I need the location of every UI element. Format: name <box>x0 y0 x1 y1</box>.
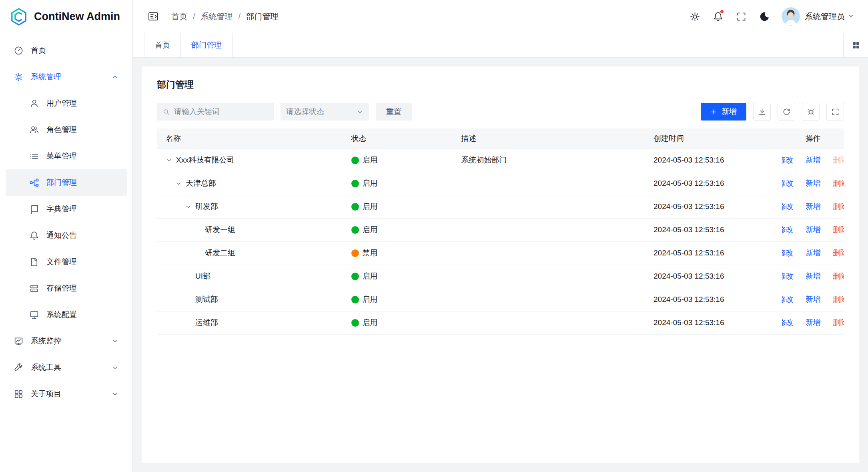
add-link[interactable]: 新增 <box>806 225 821 235</box>
edit-link[interactable]: 修改 <box>782 271 793 281</box>
sidebar-item-storage[interactable]: 存储管理 <box>6 275 127 301</box>
monitor-icon <box>14 336 24 346</box>
department-card: 部门管理 请选择状态 重置 新增 <box>142 66 859 463</box>
dept-tree-icon <box>29 178 39 188</box>
status-label: 启用 <box>363 225 378 235</box>
sidebar-item-label: 文件管理 <box>46 257 77 267</box>
reset-button[interactable]: 重置 <box>376 103 412 121</box>
app-logo[interactable]: ContiNew Admin <box>0 0 132 33</box>
dark-mode-moon-icon[interactable] <box>754 7 774 26</box>
sidebar-item-label: 通知公告 <box>46 230 77 241</box>
sidebar-item-dictionaries[interactable]: 字典管理 <box>6 196 127 222</box>
keyword-search[interactable] <box>157 103 274 121</box>
edit-link[interactable]: 修改 <box>782 155 793 165</box>
breadcrumb-home[interactable]: 首页 <box>171 11 187 22</box>
tab-label: 部门管理 <box>191 40 222 50</box>
sidebar-system-submenu: 用户管理 角色管理 菜单管理 部门管理 字典管理 <box>6 90 127 328</box>
sidebar-group-system[interactable]: 系统管理 <box>6 64 127 90</box>
status-enabled-icon <box>351 296 359 303</box>
sidebar-group-tools[interactable]: 系统工具 <box>6 354 127 381</box>
sidebar-item-roles[interactable]: 角色管理 <box>6 116 127 143</box>
collapse-row-icon[interactable] <box>166 157 176 164</box>
add-link[interactable]: 新增 <box>806 155 821 165</box>
edit-link[interactable]: 修改 <box>782 225 793 235</box>
created-time: 2024-05-03 12:53:16 <box>645 149 782 172</box>
status-label: 启用 <box>363 294 378 305</box>
avatar <box>782 7 800 26</box>
add-link[interactable]: 新增 <box>806 317 821 328</box>
status-enabled-icon <box>351 157 359 164</box>
plus-icon <box>710 108 717 115</box>
sidebar-group-monitor[interactable]: 系统监控 <box>6 328 127 354</box>
export-download-icon[interactable] <box>753 103 771 121</box>
chevron-down-icon <box>357 108 363 115</box>
collapse-row-icon[interactable] <box>175 180 186 187</box>
delete-link[interactable]: 删除 <box>833 248 844 258</box>
status-label: 启用 <box>363 271 378 281</box>
breadcrumb-system[interactable]: 系统管理 <box>201 11 233 22</box>
column-created: 创建时间 <box>645 129 782 149</box>
wrench-icon <box>14 363 24 373</box>
status-label: 启用 <box>363 201 378 212</box>
fullscreen-icon[interactable] <box>731 7 751 26</box>
add-link[interactable]: 新增 <box>806 201 821 212</box>
edit-link[interactable]: 修改 <box>782 178 793 189</box>
dept-description <box>452 265 645 288</box>
add-link[interactable]: 新增 <box>806 248 821 258</box>
tab-bar: 首页 部门管理 <box>133 33 868 58</box>
chevron-down-icon <box>848 12 854 21</box>
menu-list-icon <box>29 151 39 161</box>
notification-bell-icon[interactable] <box>708 7 728 26</box>
sidebar-item-config[interactable]: 系统配置 <box>6 301 127 328</box>
delete-link[interactable]: 删除 <box>833 201 844 212</box>
tab-options-grid-icon[interactable] <box>843 33 868 57</box>
add-button[interactable]: 新增 <box>701 103 746 121</box>
sidebar-item-home[interactable]: 首页 <box>6 37 127 64</box>
table-row: Xxx科技有限公司 启用 系统初始部门 2024-05-03 12:53:16 … <box>157 149 844 172</box>
table-row: 天津总部 启用 2024-05-03 12:53:16 修改 新增 删除 <box>157 172 844 195</box>
created-time: 2024-05-03 12:53:16 <box>645 172 782 195</box>
delete-link[interactable]: 删除 <box>833 317 844 328</box>
refresh-icon[interactable] <box>778 103 795 121</box>
user-menu[interactable]: 系统管理员 <box>782 7 854 26</box>
settings-icon[interactable] <box>685 7 705 26</box>
grid-icon <box>14 389 24 399</box>
add-link[interactable]: 新增 <box>806 271 821 281</box>
search-icon <box>162 108 170 116</box>
collapse-row-icon[interactable] <box>185 203 195 210</box>
sidebar-item-files[interactable]: 文件管理 <box>6 249 127 275</box>
table-row: 研发一组 启用 2024-05-03 12:53:16 修改 新增 删除 <box>157 218 844 241</box>
sidebar-item-departments[interactable]: 部门管理 <box>6 169 127 196</box>
status-select[interactable]: 请选择状态 <box>281 103 369 121</box>
status-label: 启用 <box>363 178 378 189</box>
edit-link[interactable]: 修改 <box>782 294 793 305</box>
breadcrumb-separator: / <box>193 12 195 21</box>
status-label: 启用 <box>363 155 378 165</box>
sidebar-item-label: 角色管理 <box>46 125 77 135</box>
delete-link[interactable]: 删除 <box>833 294 844 305</box>
delete-link[interactable]: 删除 <box>833 178 844 189</box>
tab-departments[interactable]: 部门管理 <box>181 33 233 57</box>
add-link[interactable]: 新增 <box>806 294 821 305</box>
search-input[interactable] <box>174 107 268 116</box>
tab-home[interactable]: 首页 <box>144 33 181 57</box>
dept-description <box>452 241 645 265</box>
edit-link[interactable]: 修改 <box>782 317 793 328</box>
breadcrumb-current: 部门管理 <box>246 11 278 22</box>
delete-link[interactable]: 删除 <box>833 225 844 235</box>
sidebar-group-about[interactable]: 关于项目 <box>6 381 127 407</box>
sidebar-group-label: 关于项目 <box>31 389 61 399</box>
sidebar-item-menus[interactable]: 菜单管理 <box>6 143 127 169</box>
table-fullscreen-icon[interactable] <box>826 103 844 121</box>
table-settings-gear-icon[interactable] <box>802 103 820 121</box>
sidebar-item-notices[interactable]: 通知公告 <box>6 222 127 249</box>
delete-link[interactable]: 删除 <box>833 271 844 281</box>
created-time: 2024-05-03 12:53:16 <box>645 288 782 311</box>
file-icon <box>29 257 39 267</box>
add-link[interactable]: 新增 <box>806 178 821 189</box>
sidebar-item-users[interactable]: 用户管理 <box>6 90 127 116</box>
collapse-sidebar-icon[interactable] <box>144 7 162 26</box>
edit-link[interactable]: 修改 <box>782 201 793 212</box>
edit-link[interactable]: 修改 <box>782 248 793 258</box>
sidebar-item-label: 字典管理 <box>46 204 77 214</box>
